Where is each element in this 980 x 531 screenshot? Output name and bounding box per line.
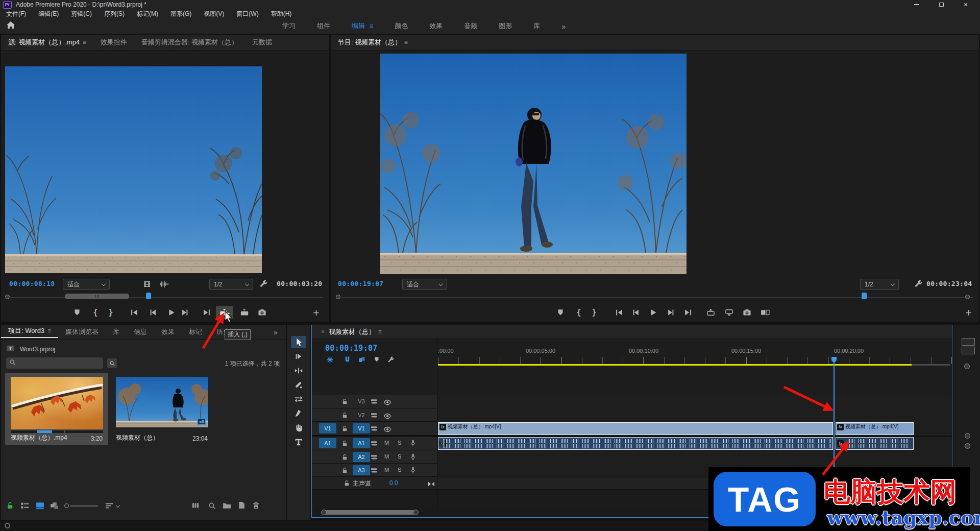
slip-tool[interactable]: [291, 393, 306, 405]
audio-clip-2[interactable]: fx: [836, 437, 914, 450]
source-patch-v1[interactable]: V1: [319, 423, 336, 433]
drag-audio-only-icon[interactable]: [159, 280, 169, 290]
project-root-icon[interactable]: [6, 345, 15, 354]
track-output-eye-icon[interactable]: [383, 425, 391, 435]
go-to-in-icon[interactable]: [128, 306, 141, 319]
export-frame-icon[interactable]: [255, 306, 268, 319]
menu-clip[interactable]: 剪辑(C): [65, 10, 98, 18]
search-in-bin-icon[interactable]: [107, 358, 117, 368]
razor-tool[interactable]: [291, 379, 306, 391]
step-forward-icon[interactable]: [178, 306, 191, 319]
timeline-timecode[interactable]: 00:00:19:07: [325, 344, 378, 353]
workspace-overflow-icon[interactable]: »: [551, 22, 576, 31]
video-clip-1[interactable]: fx视频素材（总）.mp4[V]: [438, 422, 833, 435]
workspace-tab-learn[interactable]: 学习: [272, 21, 306, 31]
snap-magnet-icon[interactable]: [344, 356, 351, 366]
tab-markers[interactable]: 标记: [182, 327, 209, 336]
go-to-out-icon[interactable]: [681, 306, 695, 319]
pen-tool[interactable]: [291, 407, 306, 420]
sync-lock-icon[interactable]: [370, 398, 378, 407]
lock-icon[interactable]: [341, 398, 348, 407]
track-height-preset-2[interactable]: [962, 347, 975, 354]
menu-view[interactable]: 视图(V): [198, 10, 230, 18]
source-position-timecode[interactable]: 00:00:08:18: [9, 280, 55, 287]
program-zoom-select[interactable]: 1/2: [860, 279, 899, 290]
pan-icon[interactable]: [427, 480, 435, 489]
find-icon[interactable]: [208, 502, 216, 512]
track-target-v2[interactable]: V2: [353, 410, 370, 420]
ripple-edit-tool[interactable]: [291, 365, 306, 377]
tab-effect-controls[interactable]: 效果控件: [93, 38, 134, 47]
maximize-button[interactable]: [931, 0, 951, 9]
project-writable-lock-icon[interactable]: [6, 501, 14, 512]
new-item-icon[interactable]: [238, 501, 246, 511]
lane-a2[interactable]: [437, 450, 951, 464]
voiceover-mic-icon[interactable]: [410, 466, 416, 476]
close-icon[interactable]: ×: [321, 328, 325, 335]
panel-overflow-icon[interactable]: »: [266, 328, 285, 336]
mute-button[interactable]: M: [384, 467, 389, 473]
v-scroll-handle-2[interactable]: [965, 443, 970, 449]
lock-icon[interactable]: [344, 479, 350, 489]
track-target-a2[interactable]: A2: [353, 452, 370, 462]
source-patch-a1[interactable]: A1: [319, 438, 336, 448]
workspace-tab-edit[interactable]: 编辑 ≡: [341, 21, 384, 31]
program-settings-wrench-icon[interactable]: [914, 279, 923, 291]
mark-in-icon[interactable]: {: [89, 306, 102, 319]
go-to-in-icon[interactable]: [612, 306, 626, 319]
item-name[interactable]: 视频素材（总）: [116, 433, 159, 442]
track-output-eye-icon[interactable]: [383, 398, 391, 407]
video-clip-2[interactable]: fx视频素材（总）.mp4[V]: [836, 422, 914, 435]
tab-libraries[interactable]: 库: [106, 327, 127, 336]
step-forward-icon[interactable]: [664, 306, 677, 319]
minimize-button[interactable]: [906, 0, 927, 9]
go-to-out-icon[interactable]: [200, 306, 213, 319]
sync-lock-icon[interactable]: [370, 453, 378, 463]
menu-window[interactable]: 窗口(W): [230, 10, 264, 18]
insert-button[interactable]: [216, 306, 233, 319]
menu-file[interactable]: 文件(F): [0, 10, 32, 18]
breadcrumb[interactable]: Word3.prproj: [20, 346, 55, 353]
lock-icon[interactable]: [341, 425, 348, 434]
tab-sequence[interactable]: 视频素材（总） ≡: [325, 327, 386, 336]
play-icon[interactable]: [646, 306, 659, 319]
timeline-settings-wrench-icon[interactable]: [387, 356, 395, 366]
source-zoom-bar[interactable]: [65, 294, 129, 299]
workspace-tab-effects[interactable]: 效果: [419, 21, 453, 31]
hand-tool[interactable]: [291, 422, 306, 434]
menu-edit[interactable]: 编辑(E): [32, 10, 65, 18]
linked-selection-icon[interactable]: [358, 356, 366, 366]
mark-out-icon[interactable]: }: [587, 306, 601, 319]
sync-lock-icon[interactable]: [370, 440, 378, 449]
lift-icon[interactable]: [704, 306, 717, 319]
home-icon[interactable]: [6, 21, 15, 31]
v-zoom-handle-top[interactable]: [964, 364, 970, 369]
source-fit-select[interactable]: 适合: [63, 279, 110, 290]
workspace-tab-libraries[interactable]: 库: [523, 21, 551, 31]
program-position-timecode[interactable]: 00:00:19:07: [338, 280, 383, 287]
tab-media-browser[interactable]: 媒体浏览器: [58, 327, 106, 336]
track-height-preset-1[interactable]: [962, 338, 975, 346]
tab-metadata[interactable]: 元数据: [245, 38, 279, 47]
overwrite-button[interactable]: [238, 306, 251, 319]
track-target-a1[interactable]: A1: [353, 438, 370, 448]
sync-lock-icon[interactable]: [370, 467, 378, 476]
voiceover-mic-icon[interactable]: [410, 439, 416, 449]
item-name[interactable]: 视频素材（总）.mp4: [11, 433, 67, 442]
new-bin-icon[interactable]: [223, 502, 231, 511]
workspace-tab-color[interactable]: 颜色: [384, 21, 419, 31]
track-target-a3[interactable]: A3: [353, 465, 370, 475]
mute-button[interactable]: M: [384, 453, 389, 460]
menu-help[interactable]: 帮助(H): [265, 10, 298, 18]
tab-audio-clip-mixer[interactable]: 音频剪辑混合器: 视频素材（总）: [134, 38, 245, 47]
icon-view-icon[interactable]: [36, 502, 44, 512]
audio-clip-1[interactable]: fx: [438, 437, 833, 450]
source-settings-wrench-icon[interactable]: [259, 279, 268, 291]
tab-program[interactable]: 节目: 视频素材（总） ≡: [331, 38, 415, 47]
mark-in-icon[interactable]: {: [572, 306, 585, 319]
source-playhead-handle[interactable]: [146, 293, 151, 299]
sort-icon[interactable]: [105, 502, 119, 509]
sync-lock-icon[interactable]: [370, 425, 378, 434]
step-back-icon[interactable]: [629, 306, 643, 319]
project-search-input[interactable]: [6, 357, 103, 369]
